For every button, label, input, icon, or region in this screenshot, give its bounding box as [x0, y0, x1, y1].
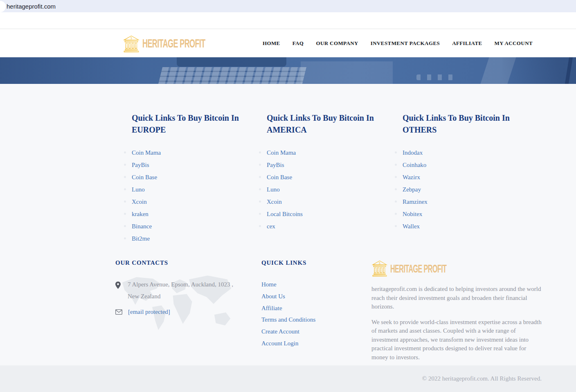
list-item: Coinhako — [403, 159, 542, 171]
contact-email-link[interactable]: [email protected] — [128, 309, 170, 315]
brand-wordmark: HERITAGE PROFIT — [390, 264, 446, 275]
link-kraken[interactable]: kraken — [132, 211, 148, 217]
bank-icon: $ — [123, 34, 140, 53]
contacts-title: OUR CONTACTS — [115, 259, 261, 266]
footer-link-affiliate[interactable]: Affiliate — [261, 305, 282, 311]
bitcoin-links-europe: Quick Links To Buy Bitcoin In EUROPE Coi… — [132, 112, 267, 245]
link-coin-mama[interactable]: Coin Mama — [267, 149, 296, 156]
list-item: Bit2me — [132, 232, 267, 245]
bitcoin-america-title: Quick Links To Buy Bitcoin In AMERICA — [267, 112, 374, 136]
link-xcoin[interactable]: Xcoin — [132, 198, 147, 205]
footer-lower-row: OUR CONTACTS 7 Alpers Avenue, Epsom, Auc… — [115, 259, 542, 368]
svg-text:$: $ — [379, 261, 380, 265]
nav-affiliate[interactable]: AFFILIATE — [452, 40, 482, 47]
link-zebpay[interactable]: Zebpay — [403, 186, 421, 193]
link-binance[interactable]: Binance — [132, 223, 152, 230]
banner-calculator-keys — [416, 74, 453, 80]
bitcoin-europe-title: Quick Links To Buy Bitcoin In EUROPE — [132, 112, 239, 136]
banner-laptop-screen — [177, 57, 286, 67]
link-luno[interactable]: Luno — [267, 186, 280, 193]
link-wazirx[interactable]: Wazirx — [403, 174, 420, 180]
banner-image — [0, 57, 576, 84]
nav-home[interactable]: HOME — [263, 40, 280, 47]
header-logo[interactable]: $ HERITAGE PROFIT — [123, 34, 214, 53]
bitcoin-links-america: Quick Links To Buy Bitcoin In AMERICA Co… — [267, 112, 403, 245]
quick-links-title: QUICK LINKS — [261, 259, 371, 266]
browser-url-bar[interactable]: heritageprofit.com — [0, 0, 576, 12]
about-paragraph-1: heritageprofit.com is dedicated to helpi… — [371, 285, 542, 311]
link-bit2me[interactable]: Bit2me — [132, 235, 150, 242]
contact-email-row: [email protected] — [115, 306, 261, 318]
link-coin-base[interactable]: Coin Base — [132, 174, 157, 180]
footer-link-about-us[interactable]: About Us — [261, 293, 285, 300]
list-item: Luno — [267, 183, 403, 196]
banner-shade-left — [0, 57, 139, 84]
list-item: Binance — [132, 220, 267, 232]
list-item: Zebpay — [403, 183, 542, 196]
copyright-bar: © 2022 heritageprofit.com. All Rights Re… — [0, 365, 576, 392]
list-item: Account Login — [261, 338, 371, 349]
link-nobitex[interactable]: Nobitex — [403, 211, 422, 217]
url-text: heritageprofit.com — [7, 3, 56, 10]
copyright-text: © 2022 heritageprofit.com. All Rights Re… — [422, 375, 542, 382]
bank-icon: $ — [371, 259, 388, 278]
brand-wordmark: HERITAGE PROFIT — [142, 37, 205, 50]
link-paybis[interactable]: PayBis — [267, 162, 284, 168]
list-item: Luno — [132, 183, 267, 196]
link-coinhako[interactable]: Coinhako — [403, 162, 426, 168]
bitcoin-links-others: Quick Links To Buy Bitcoin In OTHERS Ind… — [403, 112, 542, 245]
url-bar-circle — [0, 1, 6, 12]
nav-faq[interactable]: FAQ — [292, 40, 304, 47]
footer-link-home[interactable]: Home — [261, 281, 277, 288]
bitcoin-links-row: Quick Links To Buy Bitcoin In EUROPE Coi… — [115, 112, 542, 245]
list-item: Terms and Conditions — [261, 314, 371, 326]
location-pin-icon — [115, 279, 122, 302]
email-icon — [115, 306, 122, 318]
list-item: Wallex — [403, 220, 542, 232]
contact-address: 7 Alpers Avenue, Epsom, Auckland, 1023 ,… — [128, 279, 242, 302]
list-item: Affiliate — [261, 302, 371, 314]
nav-our-company[interactable]: OUR COMPANY — [316, 40, 358, 47]
nav-investment-packages[interactable]: INVESTMENT PACKAGES — [371, 40, 440, 47]
link-coin-mama[interactable]: Coin Mama — [132, 149, 161, 156]
banner-desk — [301, 61, 393, 84]
about-section: $ HERITAGE PROFIT — [371, 259, 542, 368]
banner-keyboard — [158, 67, 306, 84]
list-item: PayBis — [267, 159, 403, 171]
link-indodax[interactable]: Indodax — [403, 149, 423, 156]
list-item: cex — [267, 220, 403, 232]
link-wallex[interactable]: Wallex — [403, 223, 420, 230]
main-nav: HOME FAQ OUR COMPANY INVESTMENT PACKAGES… — [263, 40, 533, 47]
list-item: Indodax — [403, 146, 542, 159]
list-item: Ramzinex — [403, 196, 542, 208]
quick-links-section: QUICK LINKS Home About Us Affiliate Term… — [261, 259, 371, 368]
list-item: Nobitex — [403, 208, 542, 220]
site-header: $ HERITAGE PROFIT HOME FAQ OUR COMPANY I… — [0, 29, 576, 57]
nav-my-account[interactable]: MY ACCOUNT — [495, 40, 533, 47]
link-cex[interactable]: cex — [267, 223, 275, 230]
list-item: kraken — [132, 208, 267, 220]
link-luno[interactable]: Luno — [132, 186, 145, 193]
link-local-bitcoins[interactable]: Local Bitcoins — [267, 211, 303, 217]
list-item: Create Account — [261, 326, 371, 338]
banner-shade-right — [502, 57, 576, 84]
list-item: PayBis — [132, 159, 267, 171]
bitcoin-others-title: Quick Links To Buy Bitcoin In OTHERS — [403, 112, 510, 136]
link-paybis[interactable]: PayBis — [132, 162, 149, 168]
list-item: About Us — [261, 291, 371, 302]
top-white-gap — [0, 12, 576, 29]
footer: Quick Links To Buy Bitcoin In EUROPE Coi… — [0, 84, 576, 365]
list-item: Coin Mama — [132, 146, 267, 159]
svg-text:$: $ — [130, 36, 132, 40]
footer-link-account-login[interactable]: Account Login — [261, 340, 298, 347]
link-xcoin[interactable]: Xcoin — [267, 198, 282, 205]
list-item: Coin Mama — [267, 146, 403, 159]
list-item: Coin Base — [132, 171, 267, 183]
footer-link-terms[interactable]: Terms and Conditions — [261, 316, 315, 323]
list-item: Coin Base — [267, 171, 403, 183]
footer-link-create-account[interactable]: Create Account — [261, 328, 299, 335]
list-item: Xcoin — [267, 196, 403, 208]
link-ramzinex[interactable]: Ramzinex — [403, 198, 428, 205]
contact-address-row: 7 Alpers Avenue, Epsom, Auckland, 1023 ,… — [115, 279, 261, 302]
link-coin-base[interactable]: Coin Base — [267, 174, 292, 180]
